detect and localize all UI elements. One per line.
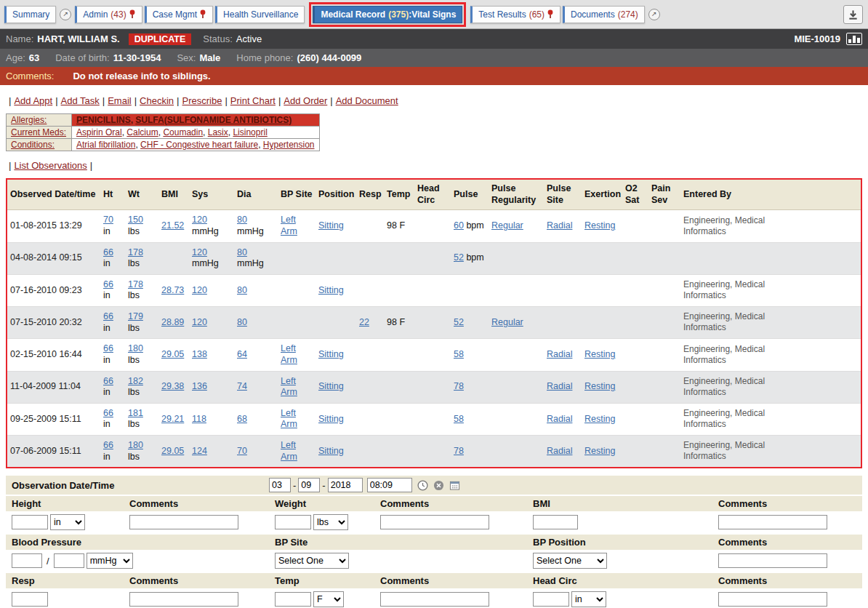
vital-value-link[interactable]: 21.52: [161, 220, 184, 231]
tab-case-mgmt[interactable]: Case Mgmt: [145, 6, 213, 23]
chf-congestive-heart-failure-link[interactable]: CHF - Congestive heart failure: [140, 140, 258, 150]
vital-value-link[interactable]: 28.73: [161, 285, 184, 295]
vital-value-link[interactable]: 120: [192, 247, 207, 257]
vital-value-link[interactable]: 136: [192, 381, 207, 391]
vital-value-link[interactable]: Sitting: [318, 414, 344, 424]
vital-value-link[interactable]: 60: [454, 220, 464, 231]
vital-value-link[interactable]: 29.05: [161, 349, 184, 359]
vital-value-link[interactable]: 178: [128, 279, 143, 289]
action-link-checkin[interactable]: Checkin: [140, 95, 174, 106]
vital-value-link[interactable]: 66: [103, 408, 113, 418]
atrial-fibrillation-link[interactable]: Atrial fibrillation: [76, 140, 135, 150]
vital-value-link[interactable]: Radial: [547, 446, 572, 456]
vital-value-link[interactable]: 124: [192, 446, 207, 456]
vital-value-link[interactable]: Resting: [584, 381, 615, 391]
head-circ-unit-select[interactable]: in: [571, 591, 606, 607]
resp-comments-input[interactable]: [129, 592, 238, 607]
vital-value-link[interactable]: 22: [359, 317, 369, 327]
head-circ-comments-input[interactable]: [718, 592, 827, 607]
vital-value-link[interactable]: Resting: [584, 446, 615, 456]
vital-value-link[interactable]: 29.38: [161, 381, 184, 391]
vital-value-link[interactable]: Sitting: [318, 285, 344, 295]
vital-value-link[interactable]: Left Arm: [281, 408, 297, 430]
bmi-comments-input[interactable]: [718, 515, 827, 529]
action-link-add-appt[interactable]: Add Appt: [14, 95, 52, 106]
vital-value-link[interactable]: Regular: [491, 220, 523, 231]
vital-value-link[interactable]: Radial: [547, 220, 572, 231]
weight-comments-input[interactable]: [380, 515, 489, 529]
external-link-icon[interactable]: ↗: [648, 9, 660, 20]
lisinopril-link[interactable]: Lisinopril: [233, 127, 267, 137]
temp-comments-input[interactable]: [380, 592, 489, 607]
bp-diastolic-input[interactable]: [54, 553, 84, 568]
vital-value-link[interactable]: 66: [103, 247, 113, 257]
vital-value-link[interactable]: Left Arm: [281, 440, 297, 462]
vital-value-link[interactable]: Sitting: [318, 220, 344, 231]
vital-value-link[interactable]: Sitting: [318, 381, 344, 391]
calcium-link[interactable]: Calcium: [126, 127, 158, 137]
vital-value-link[interactable]: 182: [128, 376, 143, 386]
clock-icon[interactable]: [417, 480, 428, 491]
bp-unit-select[interactable]: mmHg: [87, 553, 133, 569]
vital-value-link[interactable]: 74: [237, 381, 247, 391]
weight-input[interactable]: [275, 515, 311, 529]
vital-value-link[interactable]: 66: [103, 279, 113, 289]
action-link-add-task[interactable]: Add Task: [61, 95, 100, 106]
resp-input[interactable]: [12, 592, 48, 607]
vital-value-link[interactable]: 64: [237, 349, 247, 359]
vital-value-link[interactable]: Left Arm: [281, 215, 297, 236]
flowsheet-chart-icon[interactable]: [846, 33, 862, 45]
bp-position-select[interactable]: Select One: [533, 553, 607, 569]
vital-value-link[interactable]: 118: [192, 414, 206, 424]
vital-value-link[interactable]: 80: [237, 317, 247, 327]
vital-value-link[interactable]: 80: [237, 247, 247, 257]
vital-value-link[interactable]: 70: [237, 446, 247, 456]
vital-value-link[interactable]: Left Arm: [281, 376, 297, 398]
current-meds-label-link[interactable]: Current Meds:: [11, 127, 66, 137]
vital-value-link[interactable]: Radial: [547, 349, 572, 359]
vital-value-link[interactable]: 150: [128, 215, 143, 225]
aspirin-oral-link[interactable]: Aspirin Oral: [76, 127, 122, 137]
calendar-icon[interactable]: [449, 480, 460, 491]
height-comments-input[interactable]: [129, 515, 238, 529]
vital-value-link[interactable]: Sitting: [318, 349, 344, 359]
height-input[interactable]: [12, 515, 48, 529]
action-link-prescribe[interactable]: Prescribe: [182, 95, 222, 106]
vital-value-link[interactable]: 52: [454, 317, 464, 327]
height-unit-select[interactable]: in: [50, 514, 85, 530]
action-link-print-chart[interactable]: Print Chart: [230, 95, 276, 106]
duplicate-badge[interactable]: DUPLICATE: [129, 33, 192, 45]
vital-value-link[interactable]: 28.89: [161, 317, 184, 327]
vital-value-link[interactable]: Resting: [584, 349, 615, 359]
date-month-input[interactable]: [269, 478, 291, 492]
external-link-icon[interactable]: ↗: [60, 9, 71, 20]
vital-value-link[interactable]: 80: [237, 215, 247, 225]
tab-documents[interactable]: Documents(274): [563, 6, 645, 23]
vital-value-link[interactable]: 120: [192, 215, 207, 225]
weight-unit-select[interactable]: lbs: [313, 514, 348, 530]
vital-value-link[interactable]: 178: [128, 247, 143, 257]
vital-value-link[interactable]: Radial: [547, 381, 572, 391]
vital-value-link[interactable]: 66: [103, 376, 113, 386]
vital-value-link[interactable]: Resting: [584, 220, 615, 231]
tab-admin[interactable]: Admin(43): [75, 6, 142, 23]
tab-medical-record[interactable]: Medical Record(375):Vital Signs: [313, 6, 462, 23]
vital-value-link[interactable]: 66: [103, 311, 113, 321]
bmi-input[interactable]: [533, 515, 578, 529]
clear-icon[interactable]: [433, 480, 444, 491]
date-year-input[interactable]: [328, 478, 363, 492]
temp-unit-select[interactable]: F: [313, 591, 344, 607]
vital-value-link[interactable]: Regular: [491, 317, 523, 327]
vital-value-link[interactable]: 58: [454, 414, 464, 424]
vital-value-link[interactable]: Left Arm: [281, 343, 297, 365]
list-observations-link[interactable]: List Observations: [14, 160, 87, 171]
time-input[interactable]: [367, 478, 412, 492]
vital-value-link[interactable]: 78: [454, 381, 464, 391]
bp-comments-input[interactable]: [718, 553, 827, 568]
sulfa-sulfonamide-antibiotics-link[interactable]: SULFA(SULFONAMIDE ANTIBIOTICS): [135, 115, 292, 125]
action-link-add-order[interactable]: Add Order: [284, 95, 327, 106]
tab-summary[interactable]: Summary: [4, 6, 56, 23]
date-day-input[interactable]: [298, 478, 320, 492]
vital-value-link[interactable]: 58: [454, 349, 464, 359]
coumadin-link[interactable]: Coumadin: [163, 127, 203, 137]
